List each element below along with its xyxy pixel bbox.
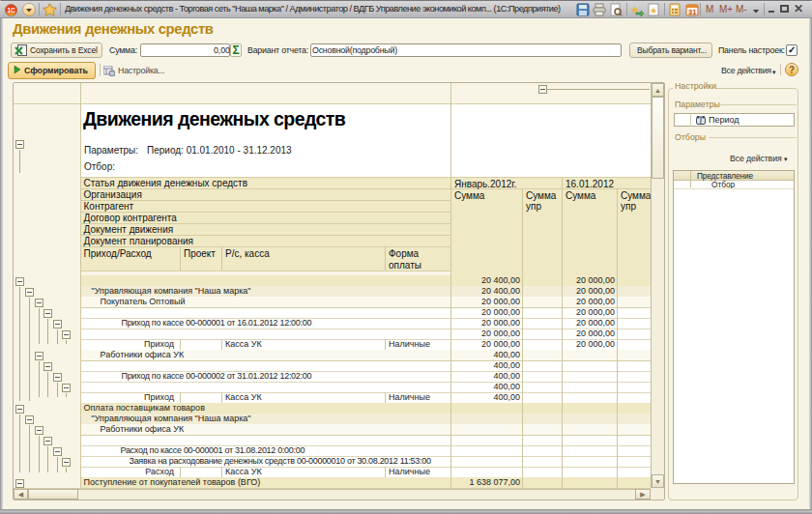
svg-text:1С: 1С: [8, 7, 16, 14]
svg-text:★: ★: [650, 6, 657, 15]
svg-text:31: 31: [688, 8, 696, 16]
